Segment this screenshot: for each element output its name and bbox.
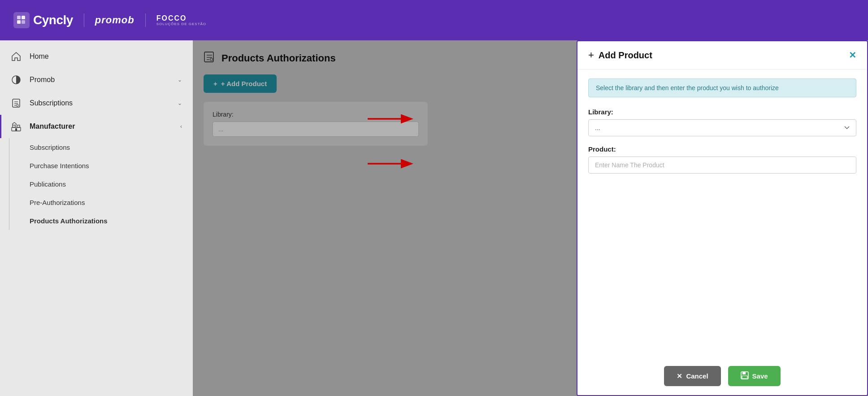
chevron-down-icon2: ⌄ — [178, 100, 182, 106]
library-select[interactable]: ... — [588, 119, 856, 136]
logo-divider — [84, 13, 84, 27]
sidebar-sub-label-subscriptions: Subscriptions — [30, 144, 70, 151]
library-label: Library: — [588, 108, 856, 116]
sidebar-label-home: Home — [30, 52, 49, 61]
arrow-indicator-product — [363, 155, 417, 174]
info-banner: Select the library and then enter the pr… — [588, 78, 856, 97]
cyncly-logo-icon — [13, 12, 30, 28]
modal-body: Select the library and then enter the pr… — [577, 70, 867, 357]
cyncly-logo: Cyncly — [13, 12, 73, 28]
product-input[interactable] — [588, 157, 856, 174]
main-layout: Home Promob ⌄ Subsc — [0, 40, 868, 396]
product-label: Product: — [588, 145, 856, 153]
sidebar-submenu: Subscriptions Purchase Intentions Public… — [0, 138, 193, 230]
sidebar-sub-label-publications: Publications — [30, 180, 66, 188]
manufacturer-icon — [11, 121, 22, 132]
subscriptions-icon — [11, 98, 22, 109]
svg-rect-9 — [17, 104, 18, 106]
modal-header: + Add Product ✕ — [577, 41, 867, 70]
sidebar-sub-label-products-authorizations: Products Authorizations — [30, 217, 108, 225]
sidebar-sub-item-subscriptions[interactable]: Subscriptions — [30, 138, 193, 157]
header: Cyncly promob FOCCO SOLUÇÕES DE GESTÃO — [0, 0, 868, 40]
svg-rect-0 — [17, 16, 21, 19]
modal-title-icon: + — [588, 49, 594, 61]
promob-logo: promob — [95, 14, 135, 26]
sidebar-label-manufacturer: Manufacturer — [30, 122, 75, 131]
sidebar: Home Promob ⌄ Subsc — [0, 40, 193, 396]
save-button[interactable]: Save — [728, 366, 781, 386]
svg-rect-2 — [17, 20, 21, 24]
sidebar-sub-label-pre-authorizations: Pre-Authorizations — [30, 199, 85, 206]
modal-title: + Add Product — [588, 49, 652, 61]
svg-rect-13 — [15, 128, 17, 131]
content-area: Products Authorizations + + Add Product … — [193, 40, 868, 396]
home-icon — [11, 51, 22, 62]
library-form-group: Library: ... — [588, 108, 856, 136]
sidebar-sub-item-pre-authorizations[interactable]: Pre-Authorizations — [30, 193, 193, 212]
sidebar-sub-label-purchase-intentions: Purchase Intentions — [30, 162, 89, 170]
svg-rect-1 — [22, 16, 25, 19]
svg-rect-3 — [22, 20, 25, 24]
chevron-left-icon: ‹ — [180, 123, 182, 130]
save-icon — [741, 371, 749, 381]
cancel-icon: ✕ — [677, 372, 682, 380]
focco-logo: FOCCO SOLUÇÕES DE GESTÃO — [156, 15, 206, 26]
modal-close-button[interactable]: ✕ — [849, 50, 856, 61]
svg-rect-24 — [742, 372, 746, 374]
modal-overlay: + Add Product ✕ Select the library and t… — [193, 40, 868, 396]
modal-title-text: Add Product — [599, 50, 652, 61]
sidebar-sub-item-publications[interactable]: Publications — [30, 175, 193, 193]
svg-rect-11 — [13, 125, 15, 127]
cyncly-text: Cyncly — [33, 13, 73, 27]
arrow-indicator-library — [363, 110, 417, 130]
sidebar-sub-item-products-authorizations[interactable]: Products Authorizations — [30, 212, 193, 230]
sidebar-label-subscriptions: Subscriptions — [30, 99, 73, 107]
sidebar-item-subscriptions[interactable]: Subscriptions ⌄ — [0, 91, 193, 115]
product-form-group: Product: — [588, 145, 856, 174]
modal: + Add Product ✕ Select the library and t… — [577, 40, 868, 396]
cancel-button[interactable]: ✕ Cancel — [664, 366, 720, 386]
save-label: Save — [752, 372, 768, 380]
sidebar-item-manufacturer[interactable]: Manufacturer ‹ — [0, 115, 193, 138]
sidebar-sub-item-purchase-intentions[interactable]: Purchase Intentions — [30, 157, 193, 175]
cancel-label: Cancel — [686, 372, 708, 380]
svg-rect-5 — [13, 99, 20, 107]
sidebar-item-home[interactable]: Home — [0, 45, 193, 68]
svg-rect-25 — [742, 376, 747, 379]
svg-rect-12 — [17, 125, 20, 127]
chevron-down-icon: ⌄ — [178, 77, 182, 83]
promob-icon — [11, 74, 22, 85]
logo-area: Cyncly promob FOCCO SOLUÇÕES DE GESTÃO — [13, 12, 206, 28]
sidebar-item-promob[interactable]: Promob ⌄ — [0, 68, 193, 91]
modal-footer: ✕ Cancel Save — [577, 357, 867, 395]
sidebar-label-promob: Promob — [30, 76, 55, 84]
logo-divider2 — [145, 13, 146, 27]
